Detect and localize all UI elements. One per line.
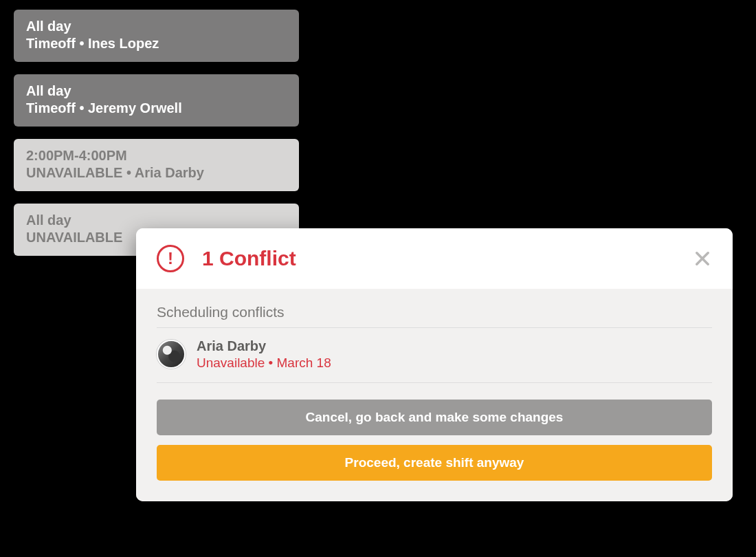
conflict-row: Aria Darby Unavailable • March 18 xyxy=(157,328,712,383)
section-label: Scheduling conflicts xyxy=(157,304,712,328)
schedule-card[interactable]: All day Timeoff • Jeremy Orwell xyxy=(14,74,299,127)
modal-title: 1 Conflict xyxy=(202,247,693,270)
schedule-time: All day xyxy=(26,212,287,229)
modal-body: Scheduling conflicts Aria Darby Unavaila… xyxy=(136,289,733,501)
proceed-button[interactable]: Proceed, create shift anyway xyxy=(157,445,712,481)
schedule-desc: UNAVAILABLE • Aria Darby xyxy=(26,164,287,182)
schedule-desc: Timeoff • Ines Lopez xyxy=(26,35,287,52)
conflict-status: Unavailable • March 18 xyxy=(197,355,331,371)
schedule-desc: Timeoff • Jeremy Orwell xyxy=(26,100,287,117)
schedule-time: All day xyxy=(26,83,287,100)
conflict-modal: ! 1 Conflict Scheduling conflicts Aria D… xyxy=(136,228,733,501)
cancel-button[interactable]: Cancel, go back and make some changes xyxy=(157,400,712,435)
conflict-name: Aria Darby xyxy=(197,338,331,355)
schedule-card[interactable]: All day Timeoff • Ines Lopez xyxy=(14,10,299,62)
schedule-card[interactable]: 2:00PM-4:00PM UNAVAILABLE • Aria Darby xyxy=(14,139,299,191)
schedule-time: 2:00PM-4:00PM xyxy=(26,147,287,164)
alert-icon: ! xyxy=(157,245,184,272)
modal-header: ! 1 Conflict xyxy=(136,228,733,289)
avatar xyxy=(157,340,186,369)
close-icon[interactable] xyxy=(693,249,712,268)
schedule-time: All day xyxy=(26,18,287,35)
